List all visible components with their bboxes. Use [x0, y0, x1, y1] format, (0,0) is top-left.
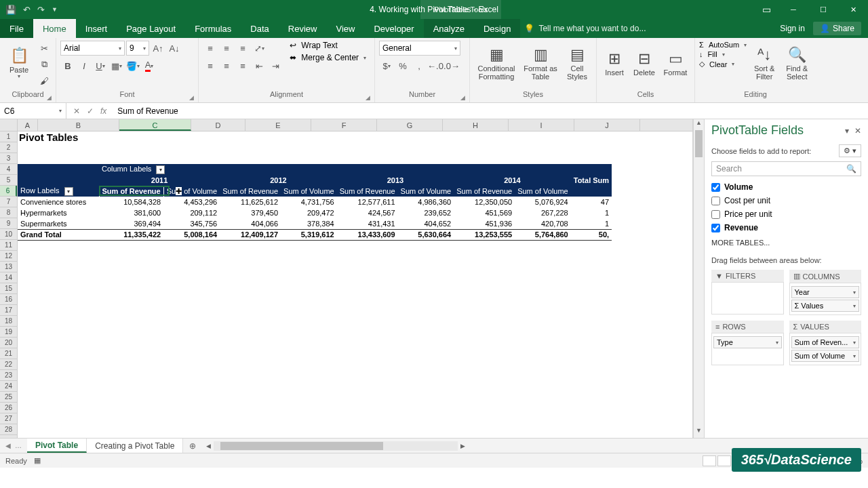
pane-options-icon[interactable]: ▾ — [845, 126, 849, 136]
sheet-tab-active[interactable]: Pivot Table — [27, 439, 87, 453]
tab-view[interactable]: View — [326, 19, 364, 38]
ribbon-display-options-icon[interactable]: ▭ — [754, 0, 778, 19]
row-header[interactable]: 20 — [0, 338, 17, 348]
row-header[interactable]: 24 — [0, 381, 17, 392]
scroll-down-icon[interactable]: ▼ — [694, 427, 704, 438]
field-checkbox[interactable] — [711, 224, 720, 232]
paste-button[interactable]: 📋Paste▾ — [4, 41, 34, 87]
insert-cells-button[interactable]: ⊞Insert — [601, 41, 628, 87]
row-header[interactable]: 8 — [0, 207, 17, 218]
font-name-combo[interactable]: Arial▾ — [60, 41, 125, 56]
pane-close-icon[interactable]: ✕ — [854, 126, 861, 136]
autosum-button[interactable]: Σ AutoSum ▾ — [699, 41, 747, 49]
align-left-button[interactable]: ≡ — [203, 58, 218, 73]
row-header[interactable]: 22 — [0, 359, 17, 370]
row-header[interactable]: 17 — [0, 305, 17, 316]
row-header[interactable]: 21 — [0, 348, 17, 359]
name-box[interactable]: C6▾ — [0, 103, 66, 119]
column-header[interactable]: E — [245, 119, 311, 131]
column-header[interactable]: C — [119, 119, 191, 131]
dialog-launcher-icon[interactable]: ◢ — [189, 94, 194, 101]
column-header[interactable]: G — [377, 119, 443, 131]
align-center-button[interactable]: ≡ — [219, 58, 234, 73]
comma-format-button[interactable]: , — [412, 58, 427, 73]
dialog-launcher-icon[interactable]: ◢ — [366, 94, 370, 101]
fill-button[interactable]: ↓ Fill ▾ — [699, 50, 747, 58]
increase-font-button[interactable]: A↑ — [151, 41, 165, 56]
format-cells-button[interactable]: ▭Format — [660, 41, 690, 87]
align-middle-button[interactable]: ≡ — [219, 41, 234, 56]
qat-customize-icon[interactable]: ▼ — [52, 6, 58, 13]
area-item[interactable]: Year▾ — [791, 286, 860, 298]
column-header[interactable]: F — [311, 119, 377, 131]
area-item[interactable]: Σ Values▾ — [791, 300, 860, 312]
tab-data[interactable]: Data — [241, 19, 278, 38]
field-item[interactable]: Price per unit — [711, 207, 861, 221]
chevron-down-icon[interactable]: ▾ — [853, 340, 856, 346]
scroll-left-icon[interactable]: ◀ — [206, 443, 211, 449]
redo-icon[interactable]: ↷ — [37, 5, 45, 15]
undo-icon[interactable]: ↶ — [23, 5, 31, 15]
row-header[interactable]: 27 — [0, 413, 17, 424]
formula-bar[interactable]: Sum of Revenue — [113, 103, 868, 119]
row-header[interactable]: 1 — [0, 131, 17, 142]
row-header[interactable]: 7 — [0, 197, 17, 207]
tab-insert[interactable]: Insert — [76, 19, 117, 38]
conditional-formatting-button[interactable]: ▦Conditional Formatting — [474, 41, 519, 87]
chevron-down-icon[interactable]: ▾ — [776, 340, 778, 346]
row-header[interactable]: 11 — [0, 240, 17, 251]
tell-me-box[interactable]: 💡 Tell me what you want to do... — [520, 19, 669, 38]
fx-icon[interactable]: fx — [100, 106, 106, 116]
delete-cells-button[interactable]: ⊟Delete — [631, 41, 658, 87]
italic-button[interactable]: I — [77, 58, 92, 73]
cell-styles-button[interactable]: ▤Cell Styles — [562, 41, 592, 87]
tab-file[interactable]: File — [0, 19, 33, 38]
pivot-table[interactable]: Column Labels ▾2011201220132014Total Sum… — [18, 164, 612, 241]
area-rows[interactable]: ≡ROWS Type▾ — [711, 321, 784, 365]
tab-page-layout[interactable]: Page Layout — [117, 19, 185, 38]
align-bottom-button[interactable]: ≡ — [235, 41, 250, 56]
font-size-combo[interactable]: 9▾ — [126, 41, 149, 56]
row-header[interactable]: 5 — [0, 175, 17, 186]
area-filters[interactable]: ▼FILTERS — [711, 270, 784, 315]
format-painter-button[interactable]: 🖌 — [37, 73, 52, 88]
field-checkbox[interactable] — [711, 183, 720, 192]
align-right-button[interactable]: ≡ — [235, 58, 250, 73]
column-header[interactable]: D — [191, 119, 245, 131]
sheet-nav-prev-icon[interactable]: … — [15, 442, 22, 449]
sheet-tab-other[interactable]: Creating a Pivot Table — [87, 439, 183, 453]
field-checkbox[interactable] — [711, 210, 720, 219]
row-header[interactable]: 4 — [0, 164, 17, 175]
hscroll-thumb[interactable] — [220, 442, 383, 450]
find-select-button[interactable]: 🔍Find & Select — [782, 41, 812, 87]
row-header[interactable]: 16 — [0, 294, 17, 305]
row-header[interactable]: 10 — [0, 229, 17, 240]
clear-button[interactable]: ◇ Clear ▾ — [699, 60, 747, 68]
row-header[interactable]: 6 — [0, 186, 17, 197]
decrease-indent-button[interactable]: ⇤ — [252, 58, 267, 73]
scroll-up-icon[interactable]: ▲ — [694, 119, 704, 130]
area-columns[interactable]: ▥COLUMNS Year▾Σ Values▾ — [789, 270, 862, 315]
field-item[interactable]: Revenue — [711, 221, 861, 235]
cut-button[interactable]: ✂ — [37, 41, 52, 56]
field-item[interactable]: Cost per unit — [711, 194, 861, 207]
align-top-button[interactable]: ≡ — [203, 41, 218, 56]
normal-view-button[interactable] — [703, 455, 716, 466]
number-format-combo[interactable]: General▾ — [379, 41, 460, 56]
decrease-font-button[interactable]: A↓ — [167, 41, 182, 56]
chevron-down-icon[interactable]: ▾ — [853, 353, 856, 359]
area-values[interactable]: ΣVALUES Sum of Reven...▾Sum of Volume▾ — [789, 321, 862, 365]
field-search-input[interactable]: Search 🔍 — [711, 161, 861, 176]
field-checkbox[interactable] — [711, 197, 720, 205]
area-item[interactable]: Sum of Reven...▾ — [791, 336, 860, 348]
format-as-table-button[interactable]: ▥Format as Table — [521, 41, 559, 87]
row-header[interactable]: 26 — [0, 403, 17, 413]
tab-home[interactable]: Home — [33, 19, 76, 38]
borders-button[interactable]: ▦▾ — [109, 58, 124, 73]
wrap-text-button[interactable]: ↩ Wrap Text — [290, 41, 366, 50]
dialog-launcher-icon[interactable]: ◢ — [47, 94, 52, 101]
column-header[interactable]: B — [38, 119, 119, 131]
new-sheet-button[interactable]: ⊕ — [183, 439, 202, 453]
row-header[interactable]: 23 — [0, 370, 17, 381]
minimize-button[interactable]: ─ — [778, 0, 808, 19]
